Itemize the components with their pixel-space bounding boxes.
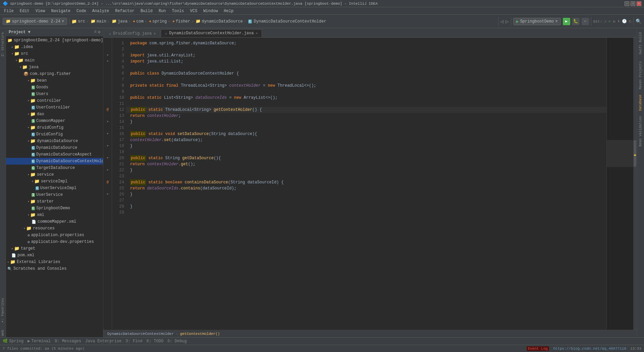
menu-window[interactable]: Window <box>201 8 220 14</box>
titlebar-controls[interactable]: − ❐ ✕ <box>625 1 641 6</box>
tree-item-1[interactable]: ▸📁.idea <box>6 44 103 50</box>
search-everywhere-button[interactable]: 🔍 <box>636 18 641 24</box>
tree-item-11[interactable]: ▾📁dao <box>6 111 103 118</box>
tree-item-19[interactable]: CTargetDataSource <box>6 165 103 171</box>
run-button[interactable]: ▶ <box>563 18 570 25</box>
project-selector[interactable]: 📁 springboot-demo 2-24 ▼ <box>3 18 67 25</box>
tree-item-24[interactable]: ▾📁starter <box>6 198 103 205</box>
tree-item-32[interactable]: 📄pom.xml <box>6 252 103 259</box>
editor-minimap[interactable] <box>606 38 633 330</box>
url-link[interactable]: https://blog.csdn.net/qq_40977118 <box>553 347 626 351</box>
tab-dynamicdatasource-close[interactable]: ✕ <box>256 31 258 35</box>
bottom-tab-messages[interactable]: 0: Messages <box>55 339 81 344</box>
sidebar-tool-2[interactable]: ⚙ <box>98 30 100 35</box>
web-tab[interactable]: Web <box>1 328 5 337</box>
bottom-tab-spring[interactable]: 🌿 Spring <box>3 339 23 344</box>
menu-tools[interactable]: Tools <box>169 8 187 14</box>
breadcrumb-class[interactable]: C DynamicDataSourceContextHolder <box>248 19 326 24</box>
menu-code[interactable]: Code <box>74 8 89 14</box>
minimize-button[interactable]: − <box>625 1 629 6</box>
tree-item-29[interactable]: ⚙application.properties <box>6 232 103 238</box>
breadcrumb-src[interactable]: 📁 src › <box>71 19 89 24</box>
bottom-tab-todo[interactable]: 6: TODO <box>147 339 163 344</box>
menu-edit[interactable]: Edit <box>17 8 32 14</box>
event-log-link[interactable]: Event Log <box>527 346 549 351</box>
maven-projects-panel[interactable]: Maven Projects <box>638 58 643 92</box>
tree-item-25[interactable]: CSpringbootDemo <box>6 205 103 212</box>
spring-icon: 🌿 <box>3 339 8 344</box>
menu-build[interactable]: Build <box>138 8 155 14</box>
breadcrumb-dynamicDataSource[interactable]: 📁 dynamicDataSource › <box>196 19 246 24</box>
tree-item-26[interactable]: ▾📁xml <box>6 212 103 218</box>
tree-item-12[interactable]: ICommonMapper <box>6 118 103 124</box>
breadcrumb-fisher[interactable]: ● fisher › <box>172 19 194 24</box>
coverage-button[interactable]: ☂ <box>582 18 589 25</box>
tree-item-22[interactable]: CUserServiceImpl <box>6 185 103 191</box>
tree-item-5[interactable]: 📦com.spring.fisher <box>6 71 103 77</box>
menu-help[interactable]: Help <box>221 8 236 14</box>
tab-druidconfig-close[interactable]: ✕ <box>154 32 156 36</box>
sidebar-tool-1[interactable]: ≡ <box>94 30 97 35</box>
bottom-tab-terminal[interactable]: ▶ Terminal <box>28 339 51 344</box>
tree-item-33[interactable]: ▸📁External Libraries <box>6 259 103 265</box>
close-button[interactable]: ✕ <box>637 1 641 6</box>
breadcrumb-com[interactable]: ● com › <box>133 19 147 24</box>
tree-item-34[interactable]: 🔍Scratches and Consoles <box>6 265 103 272</box>
tab-dynamicdatasource[interactable]: ☕ DynamicDataSourceContextHolder.java ✕ <box>161 29 262 37</box>
bean-validation-panel[interactable]: Bean Validation <box>638 114 643 149</box>
structure-tab[interactable]: Z: Structure <box>1 31 5 58</box>
revert-button[interactable]: ⎌ <box>629 19 631 24</box>
run-config-selector[interactable]: ▶ SpringbootDemo ▼ <box>513 18 561 25</box>
menu-navigate[interactable]: Navigate <box>48 8 73 14</box>
code-area[interactable]: package com.spring.fisher.dynamicDataSou… <box>126 38 606 330</box>
tree-item-21[interactable]: ▾📁serviceImpl <box>6 178 103 185</box>
git-commit-button[interactable]: ⬆ <box>618 19 620 24</box>
menu-vcs[interactable]: VCS <box>187 8 200 14</box>
favorites-tab[interactable]: ★: Favorites <box>1 297 5 325</box>
bottom-tab-debug[interactable]: 5: Debug <box>167 339 187 344</box>
tree-item-3[interactable]: ▾📁main <box>6 57 103 64</box>
tree-item-16[interactable]: CDynamicDataSource <box>6 144 103 151</box>
tree-item-10[interactable]: CUserController <box>6 104 103 111</box>
tree-item-15[interactable]: ▾📁dynamicDataSource <box>6 138 103 144</box>
tree-item-23[interactable]: IUserService <box>6 191 103 198</box>
tree-item-13[interactable]: ▾📁druidConfig <box>6 124 103 131</box>
line-number-11: 11 <box>112 101 126 107</box>
menu-refactor[interactable]: Refactor <box>112 8 137 14</box>
back-button[interactable]: ◁ <box>500 18 504 25</box>
tree-item-2[interactable]: ▾📁src <box>6 50 103 57</box>
editor-scrollbar[interactable] <box>633 38 637 330</box>
git-update-button[interactable]: ↻ <box>613 19 615 24</box>
tab-druidconfig[interactable]: ☕ DruidConfig.java ✕ <box>105 30 160 37</box>
tree-item-20[interactable]: ▾📁service <box>6 171 103 178</box>
tree-item-0[interactable]: 📁springbootDemo_2-24 [springboot-demo] D… <box>6 37 103 44</box>
history-button[interactable]: 🕐 <box>622 19 627 24</box>
tree-item-18[interactable]: CDynamicDataSourceContextHolder <box>6 158 103 165</box>
bottom-tab-find[interactable]: 3: Find <box>125 339 142 344</box>
menu-file[interactable]: File <box>1 8 16 14</box>
restore-button[interactable]: ❐ <box>631 1 635 6</box>
tree-item-14[interactable]: CDruidConfig <box>6 131 103 138</box>
tree-item-4[interactable]: ▾📁java <box>6 64 103 71</box>
swift-build-panel[interactable]: Swift Build <box>638 30 643 57</box>
database-panel[interactable]: Database <box>638 92 643 114</box>
forward-button[interactable]: ▷ <box>505 18 509 25</box>
menu-view[interactable]: View <box>33 8 48 14</box>
tree-item-9[interactable]: ▾📁controller <box>6 97 103 104</box>
menu-analyze[interactable]: Analyze <box>90 8 112 14</box>
tree-item-7[interactable]: CGoods <box>6 84 103 91</box>
line-number-14: 14 <box>112 119 126 125</box>
tree-item-6[interactable]: ▾📁bean <box>6 77 103 84</box>
bottom-tab-java-enterprise[interactable]: Java Enterprise <box>85 339 121 344</box>
tree-item-27[interactable]: 📄commomMapper.xml <box>6 218 103 225</box>
breadcrumb-java[interactable]: 📁 java › <box>112 19 131 24</box>
menu-run[interactable]: Run <box>156 8 169 14</box>
tree-item-28[interactable]: ▾📁resources <box>6 225 103 232</box>
tree-item-31[interactable]: ▸📁target <box>6 245 103 252</box>
breadcrumb-spring[interactable]: ● spring › <box>149 19 170 24</box>
breadcrumb-main[interactable]: 📁 main › <box>91 19 110 24</box>
debug-button[interactable]: 🐛 <box>572 18 580 25</box>
tree-item-17[interactable]: CDynamicDataSourceAspect <box>6 151 103 158</box>
tree-item-8[interactable]: CUsers <box>6 91 103 97</box>
tree-item-30[interactable]: ⚙application-dev.properties <box>6 238 103 245</box>
